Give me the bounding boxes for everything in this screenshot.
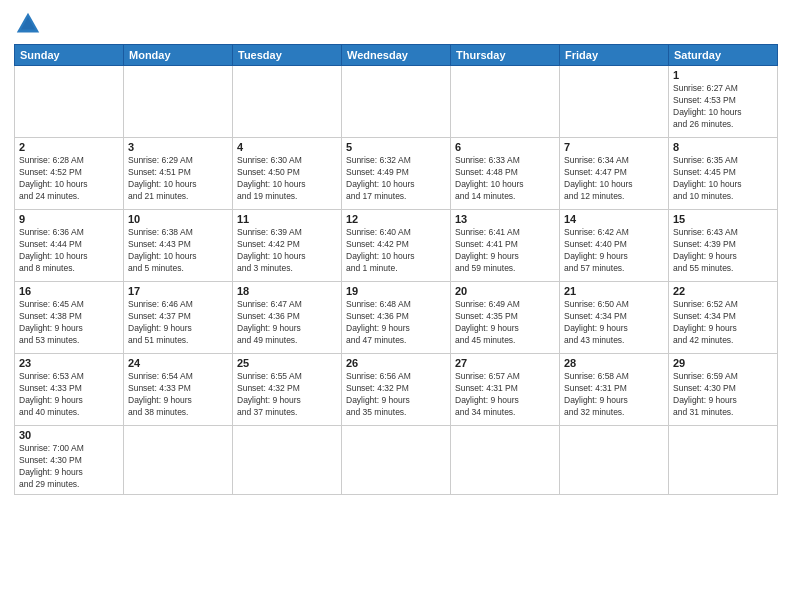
day-number: 29 (673, 357, 773, 369)
day-number: 20 (455, 285, 555, 297)
calendar-day-cell: 5Sunrise: 6:32 AM Sunset: 4:49 PM Daylig… (342, 138, 451, 210)
day-number: 11 (237, 213, 337, 225)
day-number: 13 (455, 213, 555, 225)
day-info: Sunrise: 6:58 AM Sunset: 4:31 PM Dayligh… (564, 371, 664, 419)
day-number: 23 (19, 357, 119, 369)
calendar-week-row: 30Sunrise: 7:00 AM Sunset: 4:30 PM Dayli… (15, 426, 778, 495)
calendar-day-cell: 2Sunrise: 6:28 AM Sunset: 4:52 PM Daylig… (15, 138, 124, 210)
day-info: Sunrise: 6:30 AM Sunset: 4:50 PM Dayligh… (237, 155, 337, 203)
calendar-day-cell (669, 426, 778, 495)
day-number: 12 (346, 213, 446, 225)
day-number: 3 (128, 141, 228, 153)
day-info: Sunrise: 6:39 AM Sunset: 4:42 PM Dayligh… (237, 227, 337, 275)
calendar-day-cell (124, 66, 233, 138)
calendar-day-cell: 17Sunrise: 6:46 AM Sunset: 4:37 PM Dayli… (124, 282, 233, 354)
calendar-day-cell (15, 66, 124, 138)
day-info: Sunrise: 6:40 AM Sunset: 4:42 PM Dayligh… (346, 227, 446, 275)
calendar-day-cell: 29Sunrise: 6:59 AM Sunset: 4:30 PM Dayli… (669, 354, 778, 426)
calendar-day-cell (451, 66, 560, 138)
calendar-day-cell: 11Sunrise: 6:39 AM Sunset: 4:42 PM Dayli… (233, 210, 342, 282)
calendar-week-row: 1Sunrise: 6:27 AM Sunset: 4:53 PM Daylig… (15, 66, 778, 138)
weekday-header-tuesday: Tuesday (233, 45, 342, 66)
day-info: Sunrise: 6:34 AM Sunset: 4:47 PM Dayligh… (564, 155, 664, 203)
calendar-day-cell: 26Sunrise: 6:56 AM Sunset: 4:32 PM Dayli… (342, 354, 451, 426)
calendar-day-cell (233, 426, 342, 495)
weekday-header-friday: Friday (560, 45, 669, 66)
calendar-week-row: 16Sunrise: 6:45 AM Sunset: 4:38 PM Dayli… (15, 282, 778, 354)
day-number: 25 (237, 357, 337, 369)
calendar-day-cell: 25Sunrise: 6:55 AM Sunset: 4:32 PM Dayli… (233, 354, 342, 426)
calendar-day-cell (560, 426, 669, 495)
calendar-day-cell: 8Sunrise: 6:35 AM Sunset: 4:45 PM Daylig… (669, 138, 778, 210)
day-number: 16 (19, 285, 119, 297)
day-info: Sunrise: 6:27 AM Sunset: 4:53 PM Dayligh… (673, 83, 773, 131)
calendar-day-cell: 21Sunrise: 6:50 AM Sunset: 4:34 PM Dayli… (560, 282, 669, 354)
calendar-day-cell: 20Sunrise: 6:49 AM Sunset: 4:35 PM Dayli… (451, 282, 560, 354)
calendar-day-cell (342, 426, 451, 495)
day-info: Sunrise: 6:47 AM Sunset: 4:36 PM Dayligh… (237, 299, 337, 347)
day-info: Sunrise: 7:00 AM Sunset: 4:30 PM Dayligh… (19, 443, 119, 491)
calendar-day-cell: 14Sunrise: 6:42 AM Sunset: 4:40 PM Dayli… (560, 210, 669, 282)
day-info: Sunrise: 6:50 AM Sunset: 4:34 PM Dayligh… (564, 299, 664, 347)
day-number: 10 (128, 213, 228, 225)
day-number: 6 (455, 141, 555, 153)
day-number: 28 (564, 357, 664, 369)
calendar-day-cell: 6Sunrise: 6:33 AM Sunset: 4:48 PM Daylig… (451, 138, 560, 210)
day-info: Sunrise: 6:57 AM Sunset: 4:31 PM Dayligh… (455, 371, 555, 419)
logo (14, 10, 46, 38)
header (14, 10, 778, 38)
calendar-day-cell (560, 66, 669, 138)
calendar-day-cell: 9Sunrise: 6:36 AM Sunset: 4:44 PM Daylig… (15, 210, 124, 282)
day-info: Sunrise: 6:54 AM Sunset: 4:33 PM Dayligh… (128, 371, 228, 419)
weekday-header-saturday: Saturday (669, 45, 778, 66)
calendar: SundayMondayTuesdayWednesdayThursdayFrid… (14, 44, 778, 495)
calendar-week-row: 2Sunrise: 6:28 AM Sunset: 4:52 PM Daylig… (15, 138, 778, 210)
day-info: Sunrise: 6:49 AM Sunset: 4:35 PM Dayligh… (455, 299, 555, 347)
weekday-header-row: SundayMondayTuesdayWednesdayThursdayFrid… (15, 45, 778, 66)
day-info: Sunrise: 6:28 AM Sunset: 4:52 PM Dayligh… (19, 155, 119, 203)
day-number: 21 (564, 285, 664, 297)
page: SundayMondayTuesdayWednesdayThursdayFrid… (0, 0, 792, 612)
day-info: Sunrise: 6:48 AM Sunset: 4:36 PM Dayligh… (346, 299, 446, 347)
day-info: Sunrise: 6:53 AM Sunset: 4:33 PM Dayligh… (19, 371, 119, 419)
day-number: 22 (673, 285, 773, 297)
day-number: 8 (673, 141, 773, 153)
day-number: 24 (128, 357, 228, 369)
day-number: 9 (19, 213, 119, 225)
calendar-day-cell (451, 426, 560, 495)
day-number: 5 (346, 141, 446, 153)
day-number: 27 (455, 357, 555, 369)
day-info: Sunrise: 6:52 AM Sunset: 4:34 PM Dayligh… (673, 299, 773, 347)
day-number: 19 (346, 285, 446, 297)
logo-icon (14, 10, 42, 38)
day-info: Sunrise: 6:36 AM Sunset: 4:44 PM Dayligh… (19, 227, 119, 275)
calendar-day-cell: 27Sunrise: 6:57 AM Sunset: 4:31 PM Dayli… (451, 354, 560, 426)
calendar-body: 1Sunrise: 6:27 AM Sunset: 4:53 PM Daylig… (15, 66, 778, 495)
day-info: Sunrise: 6:32 AM Sunset: 4:49 PM Dayligh… (346, 155, 446, 203)
day-info: Sunrise: 6:45 AM Sunset: 4:38 PM Dayligh… (19, 299, 119, 347)
day-number: 7 (564, 141, 664, 153)
calendar-day-cell: 1Sunrise: 6:27 AM Sunset: 4:53 PM Daylig… (669, 66, 778, 138)
calendar-day-cell: 18Sunrise: 6:47 AM Sunset: 4:36 PM Dayli… (233, 282, 342, 354)
calendar-day-cell: 7Sunrise: 6:34 AM Sunset: 4:47 PM Daylig… (560, 138, 669, 210)
calendar-day-cell: 3Sunrise: 6:29 AM Sunset: 4:51 PM Daylig… (124, 138, 233, 210)
calendar-day-cell (342, 66, 451, 138)
day-number: 14 (564, 213, 664, 225)
calendar-day-cell: 16Sunrise: 6:45 AM Sunset: 4:38 PM Dayli… (15, 282, 124, 354)
day-number: 1 (673, 69, 773, 81)
calendar-header: SundayMondayTuesdayWednesdayThursdayFrid… (15, 45, 778, 66)
day-info: Sunrise: 6:42 AM Sunset: 4:40 PM Dayligh… (564, 227, 664, 275)
calendar-day-cell: 4Sunrise: 6:30 AM Sunset: 4:50 PM Daylig… (233, 138, 342, 210)
day-number: 17 (128, 285, 228, 297)
day-info: Sunrise: 6:41 AM Sunset: 4:41 PM Dayligh… (455, 227, 555, 275)
day-number: 26 (346, 357, 446, 369)
calendar-day-cell: 24Sunrise: 6:54 AM Sunset: 4:33 PM Dayli… (124, 354, 233, 426)
day-number: 30 (19, 429, 119, 441)
calendar-day-cell: 10Sunrise: 6:38 AM Sunset: 4:43 PM Dayli… (124, 210, 233, 282)
day-number: 4 (237, 141, 337, 153)
day-info: Sunrise: 6:33 AM Sunset: 4:48 PM Dayligh… (455, 155, 555, 203)
day-info: Sunrise: 6:56 AM Sunset: 4:32 PM Dayligh… (346, 371, 446, 419)
weekday-header-thursday: Thursday (451, 45, 560, 66)
day-info: Sunrise: 6:59 AM Sunset: 4:30 PM Dayligh… (673, 371, 773, 419)
day-info: Sunrise: 6:35 AM Sunset: 4:45 PM Dayligh… (673, 155, 773, 203)
